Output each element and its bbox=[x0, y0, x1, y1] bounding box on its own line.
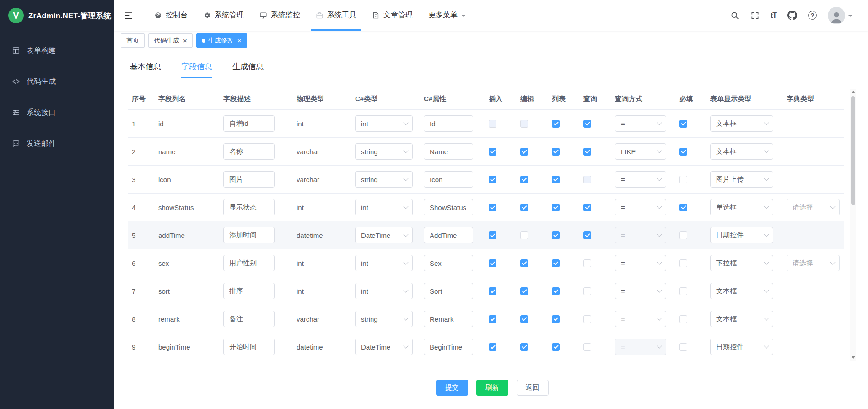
tab-item[interactable]: 生成信息 bbox=[232, 61, 264, 78]
font-size-icon[interactable] bbox=[771, 11, 776, 20]
tag-item[interactable]: 生成修改 bbox=[196, 33, 247, 48]
field-description-input[interactable] bbox=[223, 199, 275, 215]
edit-checkbox[interactable] bbox=[520, 204, 528, 211]
field-description-input[interactable] bbox=[223, 283, 275, 299]
topnav-item-more-menus[interactable]: 更多菜单 bbox=[421, 0, 474, 31]
edit-checkbox[interactable] bbox=[520, 148, 528, 156]
required-checkbox[interactable] bbox=[679, 231, 687, 239]
scroll-up-icon[interactable] bbox=[850, 89, 856, 95]
query-checkbox[interactable] bbox=[583, 259, 591, 267]
tab-item[interactable]: 字段信息 bbox=[181, 61, 212, 78]
display-type-select[interactable]: 文本框 bbox=[710, 311, 773, 327]
field-description-input[interactable] bbox=[223, 339, 275, 355]
scroll-down-icon[interactable] bbox=[850, 354, 856, 361]
csharp-type-select[interactable]: string bbox=[355, 171, 413, 188]
display-type-select[interactable]: 图片上传 bbox=[710, 171, 773, 188]
close-icon[interactable] bbox=[183, 37, 187, 44]
csharp-type-select[interactable]: string bbox=[355, 311, 413, 327]
field-description-input[interactable] bbox=[223, 311, 275, 327]
list-checkbox[interactable] bbox=[552, 231, 560, 239]
query-mode-select[interactable]: = bbox=[615, 199, 666, 215]
csharp-property-input[interactable] bbox=[424, 339, 473, 355]
required-checkbox[interactable] bbox=[679, 204, 687, 211]
topnav-item-system-management[interactable]: 系统管理 bbox=[195, 0, 252, 31]
display-type-select[interactable]: 单选框 bbox=[710, 199, 773, 215]
csharp-property-input[interactable] bbox=[424, 283, 473, 299]
insert-checkbox[interactable] bbox=[489, 148, 496, 156]
list-checkbox[interactable] bbox=[552, 120, 560, 128]
sidebar-item-code-generation[interactable]: 代码生成 bbox=[0, 66, 114, 97]
insert-checkbox[interactable] bbox=[489, 315, 496, 323]
display-type-select[interactable]: 文本框 bbox=[710, 143, 773, 160]
field-description-input[interactable] bbox=[223, 115, 275, 132]
tag-item[interactable]: 首页 bbox=[121, 33, 145, 48]
field-description-input[interactable] bbox=[223, 171, 275, 188]
required-checkbox[interactable] bbox=[679, 315, 687, 323]
display-type-select[interactable]: 日期控件 bbox=[710, 339, 773, 355]
csharp-type-select[interactable]: DateTime bbox=[355, 227, 413, 243]
query-mode-select[interactable]: = bbox=[615, 283, 666, 299]
fullscreen-icon[interactable] bbox=[750, 11, 760, 20]
field-description-input[interactable] bbox=[223, 143, 275, 160]
list-checkbox[interactable] bbox=[552, 204, 560, 211]
list-checkbox[interactable] bbox=[552, 343, 560, 351]
insert-checkbox[interactable] bbox=[489, 204, 496, 211]
query-checkbox[interactable] bbox=[583, 176, 591, 183]
edit-checkbox[interactable] bbox=[520, 120, 528, 128]
csharp-property-input[interactable] bbox=[424, 199, 473, 215]
csharp-property-input[interactable] bbox=[424, 171, 473, 188]
dict-type-select[interactable]: 请选择 bbox=[787, 255, 840, 271]
display-type-select[interactable]: 文本框 bbox=[710, 283, 773, 299]
csharp-type-select[interactable]: DateTime bbox=[355, 339, 413, 355]
dict-type-select[interactable]: 请选择 bbox=[787, 199, 840, 215]
csharp-property-input[interactable] bbox=[424, 115, 473, 132]
list-checkbox[interactable] bbox=[552, 259, 560, 267]
github-icon[interactable] bbox=[787, 11, 797, 20]
query-checkbox[interactable] bbox=[583, 343, 591, 351]
csharp-property-input[interactable] bbox=[424, 143, 473, 160]
csharp-type-select[interactable]: string bbox=[355, 143, 413, 160]
sidebar-item-send-mail[interactable]: 发送邮件 bbox=[0, 128, 114, 159]
query-mode-select[interactable]: = bbox=[615, 115, 666, 132]
query-checkbox[interactable] bbox=[583, 231, 591, 239]
submit-button[interactable]: 提交 bbox=[436, 380, 468, 396]
required-checkbox[interactable] bbox=[679, 120, 687, 128]
insert-checkbox[interactable] bbox=[489, 287, 496, 295]
edit-checkbox[interactable] bbox=[520, 259, 528, 267]
edit-checkbox[interactable] bbox=[520, 343, 528, 351]
display-type-select[interactable]: 日期控件 bbox=[710, 227, 773, 243]
field-description-input[interactable] bbox=[223, 227, 275, 243]
search-icon[interactable] bbox=[730, 11, 739, 20]
required-checkbox[interactable] bbox=[679, 148, 687, 156]
topnav-item-article-management[interactable]: 文章管理 bbox=[364, 0, 421, 31]
insert-checkbox[interactable] bbox=[489, 176, 496, 183]
sidebar-item-form-builder[interactable]: 表单构建 bbox=[0, 35, 114, 66]
query-mode-select[interactable]: = bbox=[615, 339, 666, 355]
topnav-item-system-monitor[interactable]: 系统监控 bbox=[252, 0, 308, 31]
csharp-type-select[interactable]: int bbox=[355, 115, 413, 132]
sidebar-item-system-api[interactable]: 系统接口 bbox=[0, 97, 114, 128]
query-mode-select[interactable]: = bbox=[615, 255, 666, 271]
list-checkbox[interactable] bbox=[552, 287, 560, 295]
insert-checkbox[interactable] bbox=[489, 343, 496, 351]
required-checkbox[interactable] bbox=[679, 287, 687, 295]
insert-checkbox[interactable] bbox=[489, 231, 496, 239]
edit-checkbox[interactable] bbox=[520, 287, 528, 295]
csharp-type-select[interactable]: int bbox=[355, 199, 413, 215]
query-checkbox[interactable] bbox=[583, 287, 591, 295]
csharp-type-select[interactable]: int bbox=[355, 255, 413, 271]
tab-item[interactable]: 基本信息 bbox=[130, 61, 161, 78]
query-checkbox[interactable] bbox=[583, 315, 591, 323]
topnav-item-dashboard[interactable]: 控制台 bbox=[146, 0, 195, 31]
help-icon[interactable] bbox=[808, 11, 817, 20]
display-type-select[interactable]: 文本框 bbox=[710, 115, 773, 132]
display-type-select[interactable]: 下拉框 bbox=[710, 255, 773, 271]
list-checkbox[interactable] bbox=[552, 176, 560, 183]
topnav-item-system-tools[interactable]: 系统工具 bbox=[308, 0, 364, 31]
table-scrollbar[interactable] bbox=[850, 89, 856, 361]
query-checkbox[interactable] bbox=[583, 120, 591, 128]
field-description-input[interactable] bbox=[223, 255, 275, 271]
back-button[interactable]: 返回 bbox=[517, 380, 549, 396]
query-mode-select[interactable]: = bbox=[615, 227, 666, 243]
query-mode-select[interactable]: LIKE bbox=[615, 143, 666, 160]
